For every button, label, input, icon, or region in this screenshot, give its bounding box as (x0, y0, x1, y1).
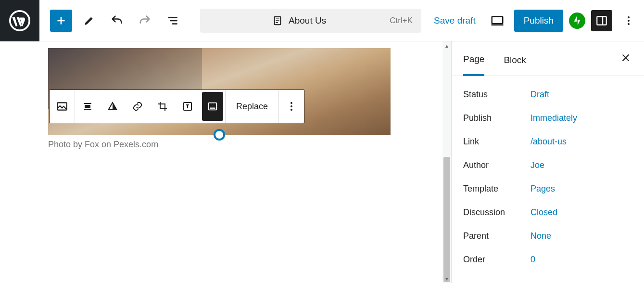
settings-sidebar: Page Block StatusDraft PublishImmediatel… (451, 41, 644, 283)
wordpress-logo[interactable] (0, 0, 39, 41)
close-sidebar-button[interactable] (617, 49, 634, 66)
label-parent: Parent (463, 231, 530, 241)
row-template[interactable]: TemplatePages (452, 177, 644, 201)
row-discussion[interactable]: DiscussionClosed (452, 201, 644, 224)
caption-prefix: Photo by Fox on (48, 140, 114, 149)
add-block-button[interactable] (50, 10, 72, 32)
editor-main: Photo by Fox on Pexels.com (0, 41, 644, 283)
close-icon (620, 52, 631, 63)
document-title: About Us (209, 15, 390, 26)
row-order[interactable]: Order0 (452, 248, 644, 271)
toolbar-right: Save draft Publish (429, 10, 644, 32)
undo-button[interactable] (106, 10, 128, 32)
label-discussion: Discussion (463, 207, 530, 218)
document-overview-button[interactable] (162, 10, 184, 32)
resize-handle[interactable] (214, 129, 225, 141)
align-button[interactable] (75, 90, 100, 123)
value-template[interactable]: Pages (530, 184, 555, 194)
page-icon (272, 15, 283, 26)
scroll-down-icon[interactable]: ▼ (442, 274, 451, 283)
edit-icon (83, 14, 95, 27)
label-status: Status (463, 90, 530, 100)
label-template: Template (463, 184, 530, 194)
svg-point-11 (290, 102, 292, 104)
align-icon (82, 101, 93, 112)
label-author: Author (463, 160, 530, 170)
link-button[interactable] (125, 90, 150, 123)
canvas-scrollbar[interactable]: ▲ ▼ (442, 41, 451, 283)
value-status[interactable]: Draft (530, 90, 549, 100)
document-bar[interactable]: About Us Ctrl+K (200, 9, 421, 33)
duotone-button[interactable] (100, 90, 125, 123)
svg-point-13 (290, 109, 292, 111)
tab-page[interactable]: Page (463, 51, 484, 76)
image-block-icon (56, 100, 68, 113)
crop-icon (157, 101, 168, 112)
preview-button[interactable] (486, 10, 508, 32)
list-view-icon (166, 14, 179, 27)
row-publish[interactable]: PublishImmediately (452, 106, 644, 130)
caption-link[interactable]: Pexels.com (114, 140, 158, 149)
document-title-text: About Us (289, 15, 326, 26)
value-author[interactable]: Joe (530, 160, 544, 170)
svg-rect-8 (85, 105, 90, 108)
publish-button[interactable]: Publish (514, 10, 563, 32)
label-publish: Publish (463, 113, 530, 123)
replace-button[interactable]: Replace (226, 90, 279, 123)
redo-icon (138, 14, 152, 27)
block-toolbar: Replace (49, 90, 304, 123)
redo-button (134, 10, 156, 32)
jetpack-icon (572, 15, 582, 26)
tools-button[interactable] (78, 10, 100, 32)
svg-point-5 (628, 20, 630, 22)
value-link[interactable]: /about-us (530, 137, 567, 147)
tab-block[interactable]: Block (504, 52, 526, 75)
label-order: Order (463, 255, 530, 265)
command-shortcut: Ctrl+K (390, 16, 413, 26)
value-order[interactable]: 0 (530, 255, 535, 265)
wordpress-icon (9, 10, 30, 31)
sidebar-icon (595, 14, 608, 27)
device-icon (490, 13, 505, 28)
image-caption[interactable]: Photo by Fox on Pexels.com (48, 140, 451, 150)
duotone-icon (107, 101, 118, 112)
more-vertical-icon (623, 15, 634, 26)
link-icon (132, 101, 143, 112)
text-overlay-icon (182, 101, 193, 112)
plus-icon (55, 14, 67, 27)
block-type-button[interactable] (50, 90, 75, 123)
toolbar-left (39, 10, 184, 32)
sidebar-tabs: Page Block (452, 41, 644, 76)
svg-rect-2 (492, 16, 503, 24)
undo-icon (110, 14, 124, 27)
crop-button[interactable] (150, 90, 175, 123)
label-link: Link (463, 137, 530, 147)
more-vertical-icon (286, 101, 297, 112)
sidebar-body: StatusDraft PublishImmediately Link/abou… (452, 76, 644, 283)
caption-button[interactable] (202, 92, 223, 121)
svg-point-6 (628, 23, 630, 25)
block-more-button[interactable] (279, 90, 304, 123)
row-parent[interactable]: ParentNone (452, 224, 644, 248)
row-link[interactable]: Link/about-us (452, 130, 644, 154)
svg-point-12 (290, 105, 292, 107)
canvas-wrap: Photo by Fox on Pexels.com (0, 41, 451, 283)
scroll-thumb[interactable] (443, 157, 450, 282)
row-status[interactable]: StatusDraft (452, 83, 644, 106)
settings-sidebar-toggle[interactable] (591, 10, 612, 31)
value-parent[interactable]: None (530, 231, 551, 241)
scroll-up-icon[interactable]: ▲ (442, 41, 451, 50)
row-author[interactable]: AuthorJoe (452, 154, 644, 177)
save-draft-button[interactable]: Save draft (429, 12, 480, 30)
svg-rect-10 (209, 103, 217, 110)
value-discussion[interactable]: Closed (530, 207, 557, 218)
svg-point-4 (628, 16, 630, 18)
text-overlay-button[interactable] (175, 90, 200, 123)
value-publish[interactable]: Immediately (530, 113, 577, 123)
caption-icon (207, 101, 218, 112)
editor-top-bar: About Us Ctrl+K Save draft Publish (0, 0, 644, 41)
options-button[interactable] (618, 10, 639, 31)
svg-rect-3 (597, 16, 606, 25)
jetpack-button[interactable] (569, 13, 585, 29)
